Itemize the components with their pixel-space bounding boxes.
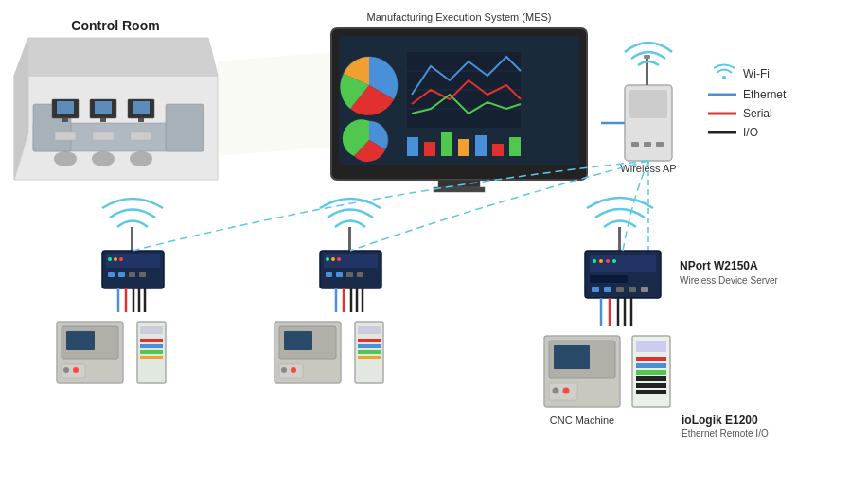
svg-rect-128 — [636, 370, 666, 375]
legend-io-label: I/O — [743, 126, 758, 139]
svg-rect-69 — [140, 339, 163, 342]
svg-rect-31 — [424, 142, 435, 156]
svg-rect-63 — [66, 331, 95, 350]
svg-rect-103 — [590, 275, 628, 283]
svg-rect-104 — [592, 287, 599, 292]
svg-rect-131 — [636, 390, 666, 394]
svg-rect-40 — [629, 90, 667, 118]
svg-rect-98 — [358, 350, 381, 354]
svg-rect-99 — [358, 356, 381, 359]
iologik-sub-label: Ethernet Remote I/O — [682, 428, 769, 439]
svg-rect-102 — [590, 255, 656, 272]
svg-point-55 — [119, 257, 123, 261]
svg-rect-107 — [629, 287, 636, 292]
svg-rect-33 — [458, 139, 469, 156]
mes-label: Manufacturing Execution System (MES) — [366, 11, 551, 23]
svg-rect-51 — [129, 272, 135, 277]
legend-ethernet-label: Ethernet — [743, 88, 787, 101]
svg-rect-95 — [358, 326, 381, 334]
svg-rect-106 — [616, 287, 624, 292]
svg-rect-68 — [140, 326, 163, 334]
svg-point-17 — [130, 151, 152, 166]
svg-rect-120 — [554, 345, 590, 369]
svg-point-110 — [599, 259, 603, 263]
svg-point-80 — [326, 257, 329, 261]
svg-rect-48 — [106, 254, 160, 268]
svg-point-122 — [553, 388, 559, 394]
svg-rect-41 — [631, 142, 639, 147]
legend-wifi-label: Wi-Fi — [743, 67, 770, 80]
svg-rect-105 — [604, 287, 611, 292]
svg-rect-11 — [100, 118, 106, 122]
svg-rect-34 — [475, 135, 487, 156]
svg-rect-19 — [93, 132, 114, 140]
svg-rect-96 — [358, 339, 381, 342]
svg-rect-38 — [434, 187, 485, 192]
svg-point-66 — [73, 367, 79, 373]
svg-rect-52 — [139, 272, 146, 277]
svg-rect-79 — [357, 272, 363, 277]
svg-rect-10 — [95, 101, 112, 114]
svg-rect-71 — [140, 350, 163, 354]
svg-rect-97 — [358, 344, 381, 348]
svg-rect-129 — [636, 376, 666, 381]
nport-sub-label: Wireless Device Server — [680, 275, 779, 286]
svg-point-92 — [281, 367, 287, 373]
svg-point-132 — [722, 76, 726, 79]
svg-rect-73 — [348, 227, 351, 251]
svg-rect-32 — [441, 132, 452, 156]
svg-rect-126 — [636, 357, 666, 361]
svg-point-65 — [63, 367, 69, 373]
svg-rect-70 — [140, 344, 163, 348]
svg-point-93 — [291, 367, 296, 373]
svg-point-53 — [108, 257, 112, 261]
svg-point-81 — [331, 257, 335, 261]
svg-rect-8 — [62, 118, 68, 122]
svg-point-112 — [612, 259, 616, 263]
svg-rect-127 — [636, 363, 666, 368]
diagram-container: Control Room — [0, 0, 868, 489]
svg-point-16 — [92, 151, 115, 166]
svg-rect-30 — [407, 137, 418, 156]
svg-point-54 — [114, 257, 117, 261]
svg-rect-46 — [131, 227, 133, 251]
svg-point-111 — [606, 259, 610, 263]
bottom-left-device — [57, 199, 166, 383]
svg-rect-100 — [618, 227, 621, 251]
wireless-ap-group — [625, 43, 672, 161]
svg-rect-125 — [636, 341, 666, 352]
iologik-label: ioLogik E1200 — [682, 413, 758, 427]
control-room-label: Control Room — [71, 18, 159, 33]
mes-group — [331, 28, 587, 192]
svg-rect-7 — [57, 101, 74, 114]
legend-serial-label: Serial — [743, 107, 772, 120]
svg-rect-50 — [118, 272, 125, 277]
svg-point-15 — [54, 151, 77, 166]
svg-point-109 — [593, 259, 596, 263]
svg-rect-75 — [324, 254, 378, 268]
control-room-group — [14, 38, 331, 180]
svg-rect-35 — [492, 144, 504, 156]
svg-rect-18 — [55, 132, 76, 140]
cnc-label: CNC Machine — [550, 414, 614, 426]
svg-rect-5 — [166, 104, 204, 151]
nport-label: NPort W2150A — [680, 259, 758, 272]
svg-rect-42 — [644, 142, 651, 147]
svg-rect-130 — [636, 383, 666, 388]
svg-rect-13 — [133, 101, 150, 114]
svg-rect-43 — [656, 142, 664, 147]
bottom-center-device — [275, 199, 383, 383]
svg-rect-76 — [326, 272, 332, 277]
svg-rect-36 — [509, 137, 521, 156]
svg-rect-108 — [641, 287, 648, 292]
svg-point-123 — [563, 388, 570, 394]
svg-rect-14 — [138, 118, 144, 122]
svg-rect-77 — [336, 272, 343, 277]
svg-rect-78 — [346, 272, 353, 277]
bottom-right-device — [544, 198, 670, 407]
svg-marker-21 — [218, 52, 331, 156]
svg-marker-1 — [14, 38, 218, 76]
wifi-ap-right — [623, 161, 648, 251]
svg-rect-90 — [284, 331, 312, 350]
svg-rect-20 — [131, 132, 151, 140]
